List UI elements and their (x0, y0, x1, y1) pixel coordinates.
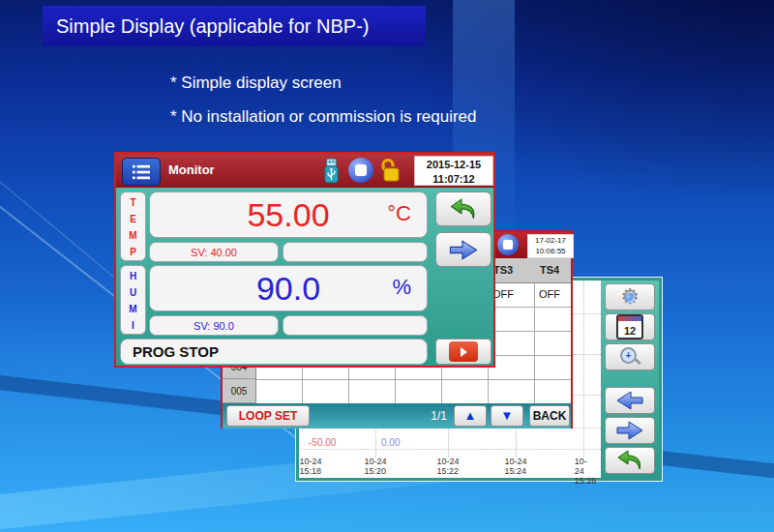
page-up-button[interactable]: ▲ (454, 405, 487, 427)
return-button[interactable] (435, 192, 491, 226)
datetime-box: 17-02-17 10:06:55 (527, 234, 574, 258)
monitor-header: Monitor 2015-12-15 11:07:12 (116, 154, 493, 188)
humi-value-panel: 90.0 % (149, 265, 428, 311)
monitor-time: 11:07:12 (415, 172, 492, 187)
zoom-in-button[interactable]: + (605, 343, 655, 370)
trend-sidebar: ⚙ 12 + (601, 281, 659, 478)
down-triangle-icon: ▼ (501, 406, 514, 426)
table-cell: OFF (526, 282, 573, 307)
calendar-icon: 12 (616, 314, 643, 340)
temp-sv-box[interactable]: SV: 40.00 (149, 242, 279, 262)
return-arrow-icon (448, 197, 479, 222)
usb-icon (323, 158, 340, 188)
ts-bottom-bar: LOOP SET 1/1 ▲ ▼ BACK (223, 403, 571, 429)
x-axis-label: 10-24 15:24 (504, 457, 526, 476)
x-axis-label: 10-24 15:18 (299, 457, 321, 476)
temp-label: T E M P (120, 192, 146, 261)
column-header: TS4 (526, 258, 573, 282)
gridline (299, 449, 601, 450)
menu-list-icon (131, 163, 152, 181)
run-button[interactable] (435, 339, 491, 365)
temp-aux-box[interactable] (283, 242, 428, 262)
screen-title: Monitor (168, 163, 215, 177)
next-button[interactable] (435, 232, 491, 267)
ts-time: 10:06:55 (528, 246, 573, 256)
back-button[interactable]: BACK (529, 405, 570, 427)
return-button[interactable] (605, 447, 655, 474)
left-arrow-icon (614, 390, 645, 411)
zoom-in-icon: + (617, 345, 642, 369)
humi-sv-box[interactable]: SV: 90.0 (149, 315, 279, 336)
page-indicator: 1/1 (412, 405, 447, 427)
up-triangle-icon: ▲ (464, 406, 477, 426)
temp-value: 55.00 (247, 196, 329, 234)
stop-icon (497, 234, 519, 255)
monitor-screen: Monitor 2015-12-15 11:07:12 T E M P 55.0 (114, 152, 495, 368)
play-icon (449, 341, 478, 362)
scroll-left-button[interactable] (605, 387, 655, 414)
bullet-line-1: * Simple display screen (170, 74, 342, 93)
program-status-bar[interactable]: PROG STOP (120, 339, 428, 365)
menu-button[interactable] (122, 158, 161, 186)
stop-icon (348, 158, 373, 183)
gear-icon: ⚙ (620, 287, 640, 307)
ts-date: 17-02-17 (528, 235, 573, 246)
loop-set-button[interactable]: LOOP SET (226, 405, 310, 427)
bullet-line-2: * No installation or commission is requi… (170, 107, 477, 127)
x-axis-label: 10-24 15:26 (575, 457, 597, 486)
humi-value: 90.0 (256, 270, 320, 308)
right-arrow-icon (447, 239, 480, 261)
page-down-button[interactable]: ▼ (491, 405, 523, 427)
monitor-date: 2015-12-15 (415, 158, 492, 172)
y-axis-label-humi: 0.00 (381, 437, 400, 448)
row-header: 005 (223, 379, 255, 403)
datetime-box: 2015-12-15 11:07:12 (414, 156, 493, 186)
gridline (583, 281, 584, 457)
humi-aux-box[interactable] (283, 315, 428, 336)
scroll-right-button[interactable] (605, 417, 655, 444)
humi-label: H U M I (120, 265, 146, 335)
settings-button[interactable]: ⚙ (605, 283, 655, 310)
humi-unit: % (392, 275, 411, 300)
right-arrow-icon (614, 420, 645, 441)
unlock-icon (377, 157, 402, 188)
calendar-button[interactable]: 12 (605, 313, 655, 340)
x-axis-label: 10-24 15:20 (364, 457, 386, 476)
temp-unit: °C (387, 201, 411, 226)
temp-value-panel: 55.00 °C (149, 192, 428, 238)
y-axis-label-temp: -50.00 (309, 437, 336, 448)
return-arrow-icon (615, 449, 644, 472)
page-title: Simple Display (applicable for NBP-) (43, 6, 426, 46)
x-axis-label: 10-24 15:22 (436, 457, 459, 476)
